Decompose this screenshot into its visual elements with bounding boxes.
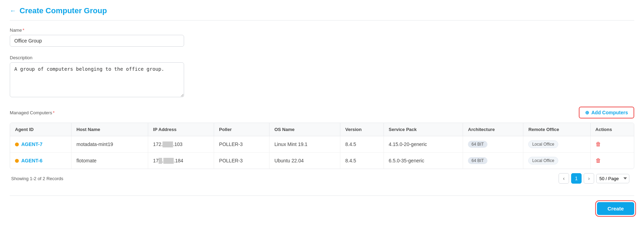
delete-row-2-button[interactable]: 🗑	[596, 157, 601, 163]
managed-computers-label: Managed Computers *	[10, 110, 54, 115]
name-label: Name *	[10, 28, 634, 33]
description-section: Description A group of computers belongi…	[10, 55, 634, 98]
managed-required-star: *	[53, 110, 54, 115]
pagination-row: Showing 1-2 of 2 Records ‹ 1 › 50 / Page…	[10, 169, 634, 185]
architecture-badge: 64 BIT	[468, 141, 487, 148]
cell-service-pack: 4.15.0-20-generic	[384, 136, 463, 153]
cell-os-name: Ubuntu 22.04	[269, 153, 340, 169]
plus-circle-icon: ⊕	[585, 110, 589, 115]
name-input[interactable]	[10, 35, 184, 47]
description-textarea[interactable]: A group of computers belonging to the of…	[10, 62, 184, 97]
cell-remote-office: Local Office	[523, 136, 590, 153]
col-architecture: Architecture	[463, 123, 523, 136]
cell-host-name: flotomate	[71, 153, 148, 169]
page-1-button[interactable]: 1	[571, 173, 582, 184]
cell-agent-id: AGENT-7	[10, 136, 71, 153]
cell-agent-id: AGENT-6	[10, 153, 71, 169]
cell-ip-address: 17█.███.184	[148, 153, 214, 169]
name-required-star: *	[23, 28, 24, 33]
cell-architecture: 64 BIT	[463, 136, 523, 153]
next-page-button[interactable]: ›	[584, 173, 594, 184]
col-os-name: OS Name	[269, 123, 340, 136]
office-badge: Local Office	[528, 157, 558, 164]
table-row: AGENT-7 motadata-mint19 172.███.103 POLL…	[10, 136, 634, 153]
computers-table-container: Agent ID Host Name IP Address Poller OS …	[10, 123, 634, 169]
table-header-row: Agent ID Host Name IP Address Poller OS …	[10, 123, 634, 136]
delete-row-1-button[interactable]: 🗑	[596, 141, 601, 147]
office-badge: Local Office	[528, 140, 558, 148]
cell-ip-address: 172.███.103	[148, 136, 214, 153]
cell-version: 8.4.5	[340, 136, 384, 153]
agent-7-link[interactable]: AGENT-7	[15, 141, 66, 147]
col-remote-office: Remote Office	[523, 123, 590, 136]
computers-table: Agent ID Host Name IP Address Poller OS …	[10, 123, 634, 169]
prev-page-button[interactable]: ‹	[559, 173, 569, 184]
footer-bar: Create	[10, 195, 634, 215]
cell-poller: POLLER-3	[214, 136, 270, 153]
col-host-name: Host Name	[71, 123, 148, 136]
pagination-controls: ‹ 1 › 50 / Page 25 / Page 100 / Page	[559, 173, 629, 184]
col-version: Version	[340, 123, 384, 136]
managed-computers-section: Managed Computers * ⊕ Add Computers Agen…	[10, 107, 634, 185]
col-agent-id: Agent ID	[10, 123, 71, 136]
description-label: Description	[10, 55, 634, 60]
col-service-pack: Service Pack	[384, 123, 463, 136]
page-title: Create Computer Group	[20, 6, 107, 15]
cell-poller: POLLER-3	[214, 153, 270, 169]
cell-actions: 🗑	[590, 153, 634, 169]
architecture-badge: 64 BIT	[468, 157, 487, 164]
per-page-select[interactable]: 50 / Page 25 / Page 100 / Page	[596, 174, 629, 183]
cell-service-pack: 6.5.0-35-generic	[384, 153, 463, 169]
create-button[interactable]: Create	[597, 202, 634, 215]
col-ip-address: IP Address	[148, 123, 214, 136]
table-row: AGENT-6 flotomate 17█.███.184 POLLER-3 U…	[10, 153, 634, 169]
cell-actions: 🗑	[590, 136, 634, 153]
page-header: ← Create Computer Group	[10, 6, 634, 21]
cell-version: 8.4.5	[340, 153, 384, 169]
agent-6-link[interactable]: AGENT-6	[15, 158, 66, 163]
col-actions: Actions	[590, 123, 634, 136]
back-button[interactable]: ←	[10, 7, 16, 15]
showing-text: Showing 1-2 of 2 Records	[10, 176, 63, 181]
managed-computers-header: Managed Computers * ⊕ Add Computers	[10, 107, 634, 118]
col-poller: Poller	[214, 123, 270, 136]
status-dot-yellow	[15, 143, 19, 146]
cell-os-name: Linux Mint 19.1	[269, 136, 340, 153]
cell-architecture: 64 BIT	[463, 153, 523, 169]
status-dot-yellow	[15, 159, 19, 163]
name-section: Name *	[10, 28, 634, 47]
cell-host-name: motadata-mint19	[71, 136, 148, 153]
add-computers-button[interactable]: ⊕ Add Computers	[579, 107, 634, 118]
cell-remote-office: Local Office	[523, 153, 590, 169]
